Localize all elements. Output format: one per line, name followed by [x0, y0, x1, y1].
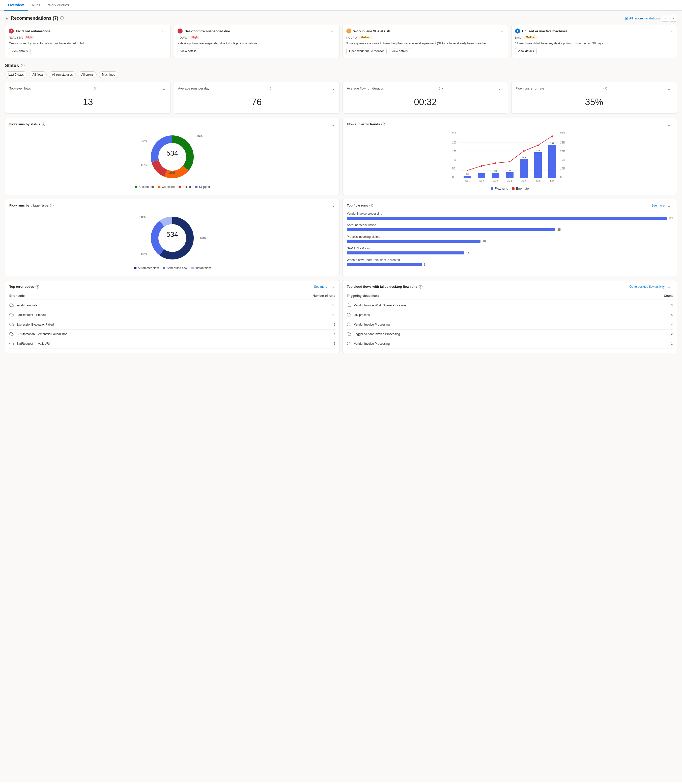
all-recommendations-button[interactable]: ▣ All recommendations: [625, 16, 660, 20]
error-code-row-0: InvalidTemplate 35: [10, 301, 335, 311]
legend-canceled: Canceled: [158, 185, 175, 189]
cloud-flows-go-to[interactable]: Go to desktop flow activity: [629, 285, 664, 288]
cloud-flows-table-header: Triggering cloud flows Count: [347, 292, 672, 300]
rec-open-monitor-btn-3[interactable]: Open work queue monitor: [346, 48, 387, 54]
filter-machines[interactable]: Machines: [99, 72, 118, 78]
error-codes-info: i: [35, 285, 39, 288]
filter-all-run-statuses[interactable]: All run statuses: [49, 72, 76, 78]
pct-label-succeeded: 36%: [196, 134, 202, 138]
error-code-runs-0: 35: [332, 304, 335, 307]
flow-run-name-2: Process incoming claims: [347, 235, 672, 239]
flow-run-count-3: 14: [466, 251, 469, 255]
rec-title-1: Fix failed automations: [16, 29, 51, 33]
rec-ellipsis-1[interactable]: …: [161, 29, 167, 33]
status-section: Status i Last 7 days All flows All run s…: [5, 63, 677, 353]
trigger-chart-title: Flow runs by trigger type i: [10, 204, 53, 207]
rec-card-work-queue-sla: ! Work queue SLA at risk … HOURLY Medium…: [343, 25, 508, 58]
error-trends-ellipsis[interactable]: …: [667, 122, 672, 127]
metric-card-top-level-flows: Top-level flows i … 13: [5, 82, 171, 114]
pct-instant: 10%: [141, 252, 147, 256]
tab-overview[interactable]: Overview: [4, 0, 28, 11]
cloud-flow-count-4: 1: [671, 342, 672, 346]
error-code-row-left-1: BadRequest - Timeout: [10, 312, 46, 318]
rec-next-button[interactable]: ›: [670, 14, 677, 22]
trigger-chart-ellipsis[interactable]: …: [329, 203, 335, 208]
flow-runs-status-ellipsis[interactable]: …: [329, 122, 335, 127]
filter-all-errors[interactable]: All errors: [78, 72, 97, 78]
metric-ellipsis-2[interactable]: …: [329, 86, 335, 91]
y-label-0pct: 0: [560, 176, 562, 178]
error-code-runs-4: 5: [333, 342, 335, 346]
error-rate-dot-6: [537, 145, 539, 146]
y-label-0: 0: [452, 176, 454, 178]
flow-run-count-0: 39: [669, 217, 672, 220]
cloud-flows-info: i: [419, 285, 422, 288]
error-codes-see-more[interactable]: See more: [314, 285, 327, 288]
x-label-jul2: Jul 2: [479, 180, 484, 182]
cloud-flow-row-left-1: HR process: [347, 312, 370, 318]
legend-label-flow-runs: Flow runs: [495, 187, 508, 190]
error-code-row-4: BadRequest - InvalidURI 5: [10, 339, 335, 349]
error-codes-header: Top error codes i See more …: [10, 284, 335, 289]
rec-ellipsis-2[interactable]: …: [330, 29, 336, 33]
donut-total-text: 534: [166, 149, 178, 157]
flow-run-item-3: SAP 113 PM sync 14: [347, 247, 672, 255]
tab-work-queues[interactable]: Work queues: [44, 0, 73, 11]
rec-view-details-btn-3[interactable]: View details: [389, 48, 410, 54]
tab-runs[interactable]: Runs: [28, 0, 44, 11]
metric-cards: Top-level flows i … 13 Average runs per …: [5, 82, 677, 114]
error-code-runs-3: 7: [333, 332, 335, 336]
flow-run-count-1: 25: [558, 228, 561, 231]
rec-severity-badge-2: High: [190, 35, 199, 39]
error-code-row-left-2: ExpressionEvaluationFailed: [10, 322, 54, 327]
top-flow-runs-ellipsis[interactable]: …: [667, 203, 672, 208]
rec-view-details-btn-2[interactable]: View details: [178, 48, 199, 54]
status-donut-legend: Succeeded Canceled Failed: [135, 185, 210, 189]
metric-ellipsis-3[interactable]: …: [498, 86, 504, 91]
rec-ellipsis-3[interactable]: …: [499, 29, 504, 33]
metric-label-top-level-flows: Top-level flows: [10, 86, 31, 90]
recommendation-cards: ! Fix failed automations … REAL TIME Hig…: [5, 25, 677, 58]
cloud-flows-title: Top cloud flows with failed desktop flow…: [347, 285, 422, 288]
flow-run-error-trends-card: Flow run error trends i … 250 200 150 10…: [343, 118, 677, 195]
metric-ellipsis-1[interactable]: …: [160, 86, 166, 91]
collapse-icon[interactable]: ⌄: [5, 15, 9, 21]
filter-last-7-days[interactable]: Last 7 days: [5, 72, 27, 78]
flow-run-item-4: When a new SharePoint item is created 9: [347, 258, 672, 266]
rec-prev-button[interactable]: ‹: [662, 14, 669, 22]
error-codes-ellipsis[interactable]: …: [329, 284, 335, 289]
metric-info-icon-3: i: [439, 87, 443, 90]
error-code-name-3: UIAutomation.ElementNotFoundError: [16, 332, 67, 336]
rec-frequency-2: HOURLY: [178, 36, 189, 39]
chart-row-2: Flow runs by trigger type i …: [5, 199, 677, 276]
cloud-flow-icon-1: [347, 312, 351, 318]
rec-ellipsis-4[interactable]: …: [667, 29, 673, 33]
bar-label-jul6: 143: [536, 149, 540, 152]
pct-automated: 60%: [200, 236, 206, 240]
error-code-icon-1: [10, 312, 14, 318]
legend-skipped: Skipped: [195, 185, 210, 189]
top-flow-runs-actions: See more …: [652, 203, 672, 208]
rec-meta-3: HOURLY Medium: [346, 35, 504, 39]
legend-label-error-rate: Error rate: [516, 187, 529, 190]
filter-all-flows[interactable]: All flows: [29, 72, 47, 78]
legend-label-skipped: Skipped: [199, 185, 210, 189]
metric-label-error-rate: Flow runs error rate: [516, 86, 544, 90]
top-flow-runs-see-more[interactable]: See more: [652, 204, 664, 207]
error-trends-header: Flow run error trends i …: [347, 122, 672, 127]
error-code-row-left-3: UIAutomation.ElementNotFoundError: [10, 331, 67, 337]
recommendations-section-header: ⌄ Recommendations (7) i ▣ All recommenda…: [5, 14, 677, 22]
rec-frequency-4: DAILY: [515, 36, 523, 39]
rec-view-details-btn-4[interactable]: View details: [515, 48, 537, 54]
legend-dot-scheduled: [163, 267, 165, 269]
rec-meta-1: REAL TIME High: [9, 35, 167, 39]
rec-view-details-btn-1[interactable]: View details: [9, 48, 30, 54]
cloud-flows-ellipsis[interactable]: …: [667, 284, 672, 289]
legend-dot-canceled: [158, 186, 160, 188]
flow-run-item-0: Vendor invoice processing 39: [347, 212, 672, 220]
flow-run-bar-row-4: 9: [347, 263, 672, 266]
error-codes-actions: See more …: [314, 284, 335, 289]
y-label-20pct: 20%: [560, 150, 565, 153]
metric-value-avg-runs: 76: [178, 95, 335, 110]
metric-ellipsis-4[interactable]: …: [667, 86, 672, 91]
